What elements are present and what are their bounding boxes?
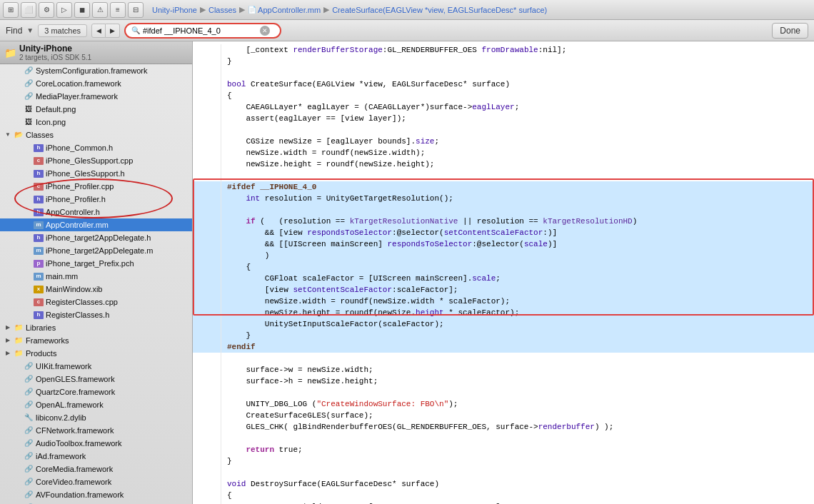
sidebar-item-mainwindow-xib[interactable]: x MainWindow.xib	[0, 283, 192, 296]
sidebar-item-corelocation[interactable]: 🔗 CoreLocation.framework	[0, 77, 192, 90]
png-icon: 🖼	[23, 104, 34, 114]
sidebar-item-iphone-glessupport-cpp[interactable]: c iPhone_GlesSupport.cpp	[0, 154, 192, 167]
toolbar-btn-6[interactable]: ⚠	[92, 2, 108, 18]
folder-icon: 📂	[13, 130, 24, 140]
sidebar-item-uikit[interactable]: 🔗 UIKit.framework	[0, 360, 192, 373]
toolbar-btn-8[interactable]: ⊟	[128, 2, 144, 18]
sidebar-item-iphone-profiler-h[interactable]: h iPhone_Profiler.h	[0, 193, 192, 206]
code-line	[193, 124, 814, 136]
breadcrumb-func[interactable]: CreateSurface(EAGLView *view, EAGLSurfac…	[332, 6, 547, 14]
find-clear-button[interactable]: ✕	[260, 26, 270, 36]
toolbar-btn-2[interactable]: ⬜	[21, 2, 36, 18]
main-area: 📁 Unity-iPhone 2 targets, iOS SDK 5.1 🔗 …	[0, 41, 814, 504]
sidebar-item-libraries[interactable]: 📁 Libraries	[0, 321, 192, 334]
code-line	[193, 170, 814, 181]
sidebar-item-iphone-target2delegate-h[interactable]: h iPhone_target2AppDelegate.h	[0, 231, 192, 244]
sidebar-item-iphone-target2delegate-m[interactable]: m iPhone_target2AppDelegate.m	[0, 244, 192, 257]
project-sub: 2 targets, iOS SDK 5.1	[19, 54, 91, 61]
fw-icon: 🔗	[23, 451, 34, 461]
find-search-wrap: 🔍 ✕	[124, 23, 281, 39]
sidebar-item-appcontroller-mm[interactable]: m AppController.mm	[0, 218, 192, 231]
code-line-highlight: if ( (resolution == kTargetResolutionNat…	[193, 216, 814, 227]
sidebar-item-openal[interactable]: 🔗 OpenAL.framework	[0, 398, 192, 411]
sidebar-item-systemconfiguration[interactable]: 🔗 SystemConfiguration.framework	[0, 64, 192, 77]
folder-icon: 📁	[13, 348, 24, 358]
tree-arrow	[3, 129, 13, 141]
h-icon: h	[33, 310, 44, 320]
sidebar-item-main-mm[interactable]: m main.mm	[0, 270, 192, 283]
folder-icon: 📁	[13, 336, 24, 346]
code-line-highlight: int resolution = UnityGetTargetResolutio…	[193, 193, 814, 204]
code-editor[interactable]: [_context renderBufferStorage:GL_RENDERB…	[193, 41, 814, 504]
code-line	[193, 353, 814, 364]
sidebar-item-coremedia[interactable]: 🔗 CoreMedia.framework	[0, 463, 192, 475]
sidebar-item-audiotoolbox[interactable]: 🔗 AudioToolbox.framework	[0, 437, 192, 450]
sidebar-item-registerclasses-h[interactable]: h RegisterClasses.h	[0, 308, 192, 321]
dylib-icon: 🔧	[23, 413, 34, 423]
fw-icon: 🔗	[23, 477, 34, 487]
fw-icon: 🔗	[23, 79, 34, 89]
h-icon: h	[33, 194, 44, 204]
sidebar-item-default-png[interactable]: 🖼 Default.png	[0, 103, 192, 116]
sidebar-item-iphone-profiler-cpp[interactable]: c iPhone_Profiler.cpp	[0, 180, 192, 193]
toolbar-btn-5[interactable]: ◼	[74, 2, 90, 18]
find-next-button[interactable]: ▶	[106, 24, 120, 38]
toolbar-btn-7[interactable]: ≡	[110, 2, 126, 18]
sidebar-item-libiconv[interactable]: 🔧 libiconv.2.dylib	[0, 411, 192, 424]
fw-icon: 🔗	[23, 425, 34, 435]
sidebar-item-appcontroller-h[interactable]: h AppController.h	[0, 206, 192, 218]
breadcrumb-sep-1: ▶	[200, 5, 206, 14]
breadcrumb: Unity-iPhone ▶ Classes ▶ 📄 AppController…	[152, 5, 811, 14]
code-line-highlight: #ifdef __IPHONE_4_0	[193, 181, 814, 193]
breadcrumb-project[interactable]: Unity-iPhone	[152, 6, 197, 14]
sidebar-item-iad[interactable]: 🔗 iAd.framework	[0, 450, 192, 463]
code-line: {	[193, 490, 814, 501]
h-icon: h	[33, 143, 44, 153]
app-window: ⊞ ⬜ ⚙ ▷ ◼ ⚠ ≡ ⊟ Unity-iPhone ▶ Classes ▶…	[0, 0, 814, 504]
m-icon: m	[33, 246, 44, 256]
code-line-highlight: [view setContentScaleFactor:scaleFactor]…	[193, 284, 814, 296]
top-toolbar: ⊞ ⬜ ⚙ ▷ ◼ ⚠ ≡ ⊟ Unity-iPhone ▶ Classes ▶…	[0, 0, 814, 20]
sidebar-item-opengles[interactable]: 🔗 OpenGLES.framework	[0, 373, 192, 385]
sidebar-item-classes[interactable]: 📂 Classes	[0, 128, 192, 141]
sidebar-item-products[interactable]: 📁 Products	[0, 347, 192, 360]
sidebar-item-registerclasses-cpp[interactable]: c RegisterClasses.cpp	[0, 296, 192, 308]
find-search-input[interactable]	[143, 26, 257, 35]
xib-icon: x	[33, 284, 44, 294]
fw-icon: 🔗	[23, 387, 34, 397]
breadcrumb-classes[interactable]: Classes	[208, 6, 236, 14]
sidebar-item-iphone-prefix-pch[interactable]: p iPhone_target_Prefix.pch	[0, 257, 192, 270]
sidebar-item-coregraphics[interactable]: 🔗 CoreGraphics.framework	[0, 501, 192, 504]
sidebar-item-corevideo[interactable]: 🔗 CoreVideo.framework	[0, 475, 192, 488]
toolbar-btn-1[interactable]: ⊞	[3, 2, 19, 18]
code-line-highlight: CGFloat scaleFactor = [UIScreen mainScre…	[193, 273, 814, 284]
toolbar-btn-4[interactable]: ▷	[56, 2, 72, 18]
find-prev-button[interactable]: ◀	[91, 24, 106, 38]
code-line: }	[193, 455, 814, 467]
sidebar-item-icon-png[interactable]: 🖼 Icon.png	[0, 116, 192, 128]
code-content: [_context renderBufferStorage:GL_RENDERB…	[193, 41, 814, 504]
fw-icon: 🔗	[23, 400, 34, 410]
code-line-highlight: {	[193, 261, 814, 273]
code-line: return true;	[193, 444, 814, 455]
sidebar-item-mediaplayer[interactable]: 🔗 MediaPlayer.framework	[0, 90, 192, 103]
toolbar-btn-3[interactable]: ⚙	[39, 2, 54, 18]
sidebar-item-avfoundation[interactable]: 🔗 AVFoundation.framework	[0, 488, 192, 501]
find-label: Find	[6, 26, 22, 36]
code-line-highlight: )	[193, 250, 814, 261]
h-icon: h	[33, 207, 44, 217]
sidebar-item-cfnetwork[interactable]: 🔗 CFNetwork.framework	[0, 424, 192, 437]
breadcrumb-sep-2: ▶	[239, 5, 245, 14]
pch-icon: p	[33, 258, 44, 268]
sidebar-item-iphone-glessupport-h[interactable]: h iPhone_GlesSupport.h	[0, 167, 192, 180]
fw-icon: 🔗	[23, 490, 34, 500]
breadcrumb-file[interactable]: AppController.mm	[258, 6, 321, 14]
sidebar-item-iphone-common-h[interactable]: h iPhone_Common.h	[0, 141, 192, 154]
find-done-button[interactable]: Done	[772, 23, 808, 39]
code-line: EAGLContext *oldContext = [EAGLContext c…	[193, 501, 814, 504]
find-arrow-icon: ▼	[26, 26, 34, 34]
sidebar-item-frameworks[interactable]: 📁 Frameworks	[0, 334, 192, 347]
sidebar-item-quartzcore[interactable]: 🔗 QuartzCore.framework	[0, 385, 192, 398]
h-icon: h	[33, 168, 44, 178]
search-icon: 🔍	[131, 26, 140, 34]
